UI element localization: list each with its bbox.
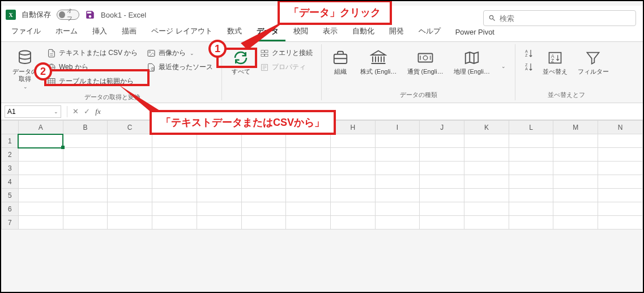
filter-button[interactable]: フィルター [574, 46, 612, 78]
cell[interactable] [197, 162, 241, 175]
cell[interactable] [152, 134, 197, 148]
cell[interactable] [375, 189, 420, 202]
cell[interactable] [464, 216, 509, 230]
cell[interactable] [553, 134, 598, 148]
currency-button[interactable]: 通貨 (Engli… [404, 46, 447, 78]
cell[interactable] [197, 175, 241, 189]
cell[interactable] [152, 216, 197, 230]
fx-icon[interactable]: fx [92, 107, 104, 116]
cell[interactable] [330, 162, 375, 175]
cell[interactable] [241, 134, 286, 148]
tab-view[interactable]: 表示 [316, 23, 344, 41]
cell[interactable] [375, 216, 420, 230]
cell[interactable] [197, 202, 241, 216]
cell[interactable] [375, 134, 420, 148]
cell[interactable] [553, 148, 598, 162]
name-box[interactable]: A1 ⌄ [5, 105, 61, 118]
stocks-button[interactable]: 株式 (Engli… [357, 46, 400, 78]
tab-automate[interactable]: 自動化 [346, 23, 381, 41]
cell[interactable] [553, 162, 598, 175]
search-box[interactable] [483, 10, 636, 26]
cell[interactable] [241, 162, 286, 175]
cell[interactable] [108, 189, 152, 202]
search-input[interactable] [500, 14, 631, 23]
cell[interactable] [197, 148, 241, 162]
cell[interactable] [18, 175, 63, 189]
cell[interactable] [18, 162, 63, 175]
cell[interactable] [464, 162, 509, 175]
cell[interactable] [509, 202, 553, 216]
row-header[interactable]: 7 [2, 216, 19, 230]
sort-asc-button[interactable]: AZ [521, 46, 536, 59]
row-header[interactable]: 3 [2, 162, 19, 175]
sort-button[interactable]: AZ 並べ替え [539, 46, 571, 78]
cell[interactable] [286, 175, 331, 189]
cell[interactable] [108, 148, 152, 162]
autosave-toggle[interactable]: オフ [57, 10, 79, 20]
column-header[interactable]: L [509, 121, 553, 134]
cell[interactable] [375, 175, 420, 189]
org-button[interactable]: 組織 [327, 46, 353, 78]
cell[interactable] [108, 175, 152, 189]
column-header[interactable]: A [18, 121, 63, 134]
cell[interactable] [286, 134, 331, 148]
tab-home[interactable]: ホーム [49, 23, 84, 41]
row-header[interactable]: 2 [2, 148, 19, 162]
cell[interactable] [330, 148, 375, 162]
cell[interactable] [375, 148, 420, 162]
cell[interactable] [509, 189, 553, 202]
cell[interactable] [598, 216, 643, 230]
cell[interactable] [286, 216, 331, 230]
cell[interactable] [598, 175, 643, 189]
tab-draw[interactable]: 描画 [115, 23, 143, 41]
cell[interactable] [375, 202, 420, 216]
tab-insert[interactable]: 挿入 [86, 23, 114, 41]
cell[interactable] [553, 189, 598, 202]
cell[interactable] [18, 148, 63, 162]
cell[interactable] [63, 216, 108, 230]
select-all-corner[interactable] [2, 121, 19, 134]
geography-button[interactable]: 地理 (Engli… [450, 46, 493, 78]
cell[interactable] [63, 202, 108, 216]
cell[interactable] [420, 202, 464, 216]
cell[interactable] [63, 189, 108, 202]
cell[interactable] [330, 134, 375, 148]
cell[interactable] [420, 134, 464, 148]
cell[interactable] [286, 189, 331, 202]
cell[interactable] [18, 216, 63, 230]
cell[interactable] [464, 189, 509, 202]
save-icon[interactable] [85, 10, 95, 20]
cell[interactable] [330, 216, 375, 230]
cell[interactable] [553, 175, 598, 189]
cell[interactable] [330, 175, 375, 189]
cell[interactable] [420, 162, 464, 175]
cell[interactable] [197, 216, 241, 230]
column-header[interactable]: M [553, 121, 598, 134]
row-header[interactable]: 4 [2, 175, 19, 189]
cell[interactable] [152, 202, 197, 216]
cell[interactable] [108, 202, 152, 216]
cell[interactable] [63, 175, 108, 189]
cell[interactable] [152, 175, 197, 189]
cell[interactable] [241, 148, 286, 162]
cell[interactable] [420, 175, 464, 189]
cell[interactable] [286, 148, 331, 162]
cell[interactable] [108, 162, 152, 175]
row-header[interactable]: 5 [2, 189, 19, 202]
cell[interactable] [464, 175, 509, 189]
cell[interactable] [464, 134, 509, 148]
tab-developer[interactable]: 開発 [382, 23, 411, 41]
cell[interactable] [197, 134, 241, 148]
cell[interactable] [598, 202, 643, 216]
cell[interactable] [18, 134, 63, 148]
cell[interactable] [286, 162, 331, 175]
cell[interactable] [197, 189, 241, 202]
cell[interactable] [509, 148, 553, 162]
cell[interactable] [152, 189, 197, 202]
row-header[interactable]: 6 [2, 202, 19, 216]
cell[interactable] [241, 202, 286, 216]
cell[interactable] [241, 216, 286, 230]
cell[interactable] [241, 175, 286, 189]
column-header[interactable]: K [464, 121, 509, 134]
enter-icon[interactable]: ✓ [81, 107, 92, 116]
